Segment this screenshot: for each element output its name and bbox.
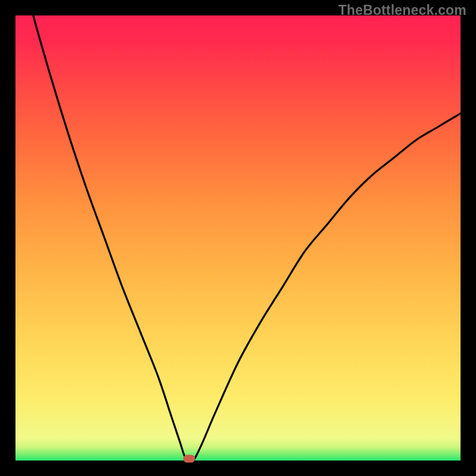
plot-area bbox=[15, 15, 461, 461]
bottleneck-curve bbox=[15, 15, 461, 461]
curve-svg bbox=[15, 15, 461, 461]
chart-frame: TheBottleneck.com bbox=[0, 0, 476, 476]
optimal-marker bbox=[183, 455, 195, 463]
